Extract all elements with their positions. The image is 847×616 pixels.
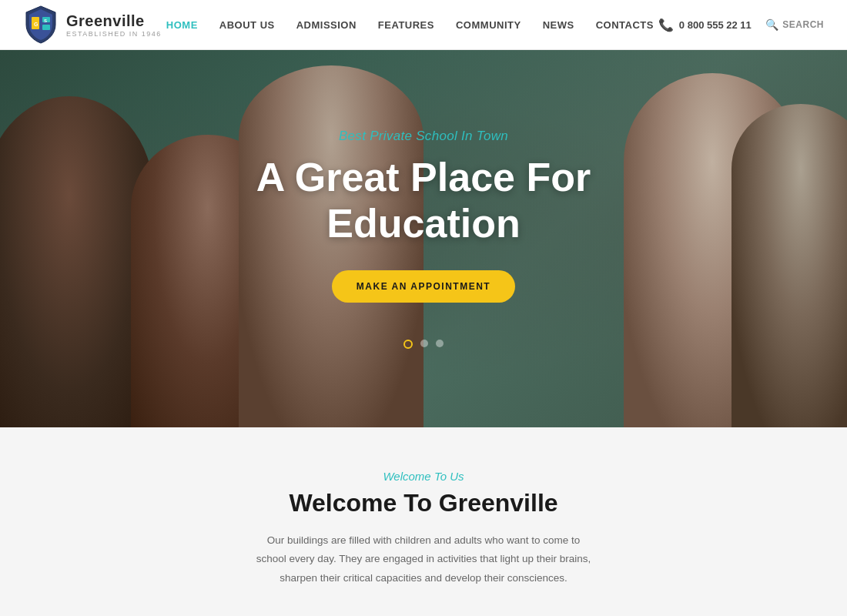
nav-right: 📞 0 800 555 22 11 🔍 SEARCH bbox=[658, 18, 824, 32]
logo-area[interactable]: G S Greenville ESTABLISHED IN 1946 bbox=[23, 5, 162, 45]
cta-button[interactable]: MAKE AN APPOINTMENT bbox=[332, 270, 515, 303]
search-icon: 🔍 bbox=[765, 18, 779, 31]
nav-item-news[interactable]: NEWS bbox=[543, 18, 574, 32]
hero-title-line2: Education bbox=[326, 201, 520, 246]
welcome-title: Welcome To Greenville bbox=[23, 489, 824, 517]
hero-content: Best Private School In Town A Great Plac… bbox=[256, 129, 591, 349]
nav-links: HOME ABOUT US ADMISSION FEATURES COMMUNI… bbox=[166, 18, 654, 32]
navbar: G S Greenville ESTABLISHED IN 1946 HOME … bbox=[0, 0, 847, 50]
hero-subtitle: Best Private School In Town bbox=[256, 129, 591, 144]
phone-number: 0 800 555 22 11 bbox=[679, 19, 752, 31]
welcome-description: Our buildings are filled with children a… bbox=[254, 531, 593, 588]
hero-section: Best Private School In Town A Great Plac… bbox=[0, 50, 847, 427]
logo-title: Greenville bbox=[66, 12, 162, 30]
nav-item-about[interactable]: ABOUT US bbox=[219, 18, 275, 32]
svg-rect-2 bbox=[42, 25, 50, 30]
nav-item-admission[interactable]: ADMISSION bbox=[296, 18, 357, 32]
phone-icon: 📞 bbox=[658, 18, 674, 32]
nav-item-community[interactable]: COMMUNITY bbox=[456, 18, 521, 32]
logo-text-group: Greenville ESTABLISHED IN 1946 bbox=[66, 12, 162, 38]
welcome-section: Welcome To Us Welcome To Greenville Our … bbox=[0, 427, 847, 616]
welcome-tag: Welcome To Us bbox=[23, 470, 824, 483]
logo-subtitle: ESTABLISHED IN 1946 bbox=[66, 30, 162, 38]
hero-title-line1: A Great Place For bbox=[256, 155, 591, 199]
hero-title: A Great Place For Education bbox=[256, 155, 591, 247]
nav-item-contacts[interactable]: CONTACTS bbox=[596, 18, 654, 32]
svg-text:S: S bbox=[44, 18, 47, 23]
dot-3[interactable] bbox=[436, 340, 444, 347]
logo-shield: G S bbox=[23, 5, 59, 45]
search-label: SEARCH bbox=[782, 19, 824, 30]
dot-1[interactable] bbox=[403, 340, 413, 349]
person-figure-far-right bbox=[732, 104, 847, 427]
nav-item-home[interactable]: HOME bbox=[166, 18, 198, 32]
nav-item-features[interactable]: FEATURES bbox=[378, 18, 434, 32]
hero-dots bbox=[256, 340, 591, 349]
svg-text:G: G bbox=[34, 22, 38, 27]
search-area[interactable]: 🔍 SEARCH bbox=[765, 18, 824, 31]
dot-2[interactable] bbox=[420, 340, 428, 347]
phone-area[interactable]: 📞 0 800 555 22 11 bbox=[658, 18, 752, 32]
